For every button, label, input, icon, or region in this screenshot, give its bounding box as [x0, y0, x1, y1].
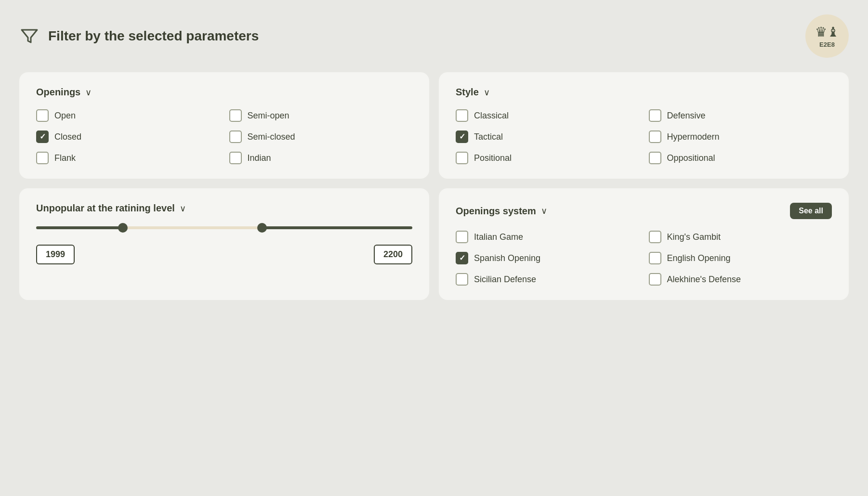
checkbox-oppositional-label: Oppositional: [667, 153, 715, 163]
checkbox-positional-label: Positional: [474, 153, 512, 163]
checkbox-flank[interactable]: Flank: [36, 152, 220, 164]
checkbox-semi-closed-box[interactable]: [229, 131, 242, 143]
style-chevron[interactable]: ∨: [484, 87, 490, 98]
checkbox-kings-gambit-box[interactable]: [649, 231, 661, 243]
checkbox-kings-gambit-label: King's Gambit: [667, 232, 721, 242]
checkbox-italian-game-box[interactable]: [456, 231, 468, 243]
slider-section: 1999 2200: [36, 225, 412, 264]
slider-thumb-left[interactable]: [118, 223, 128, 233]
see-all-button[interactable]: See all: [790, 203, 832, 219]
style-card-header: Style ∨: [456, 87, 832, 98]
checkbox-hypermodern[interactable]: Hypermodern: [649, 131, 832, 143]
checkbox-spanish-opening[interactable]: Spanish Opening: [456, 252, 639, 264]
rating-card-header: Unpopular at the ratining level ∨: [36, 203, 412, 214]
checkbox-tactical[interactable]: Tactical: [456, 131, 639, 143]
checkbox-positional-box[interactable]: [456, 152, 468, 164]
openings-system-header-left: Openings system ∨: [456, 206, 547, 217]
checkbox-open-box[interactable]: [36, 109, 49, 122]
checkbox-alekhines-defense-label: Alekhine's Defense: [667, 274, 741, 285]
checkbox-oppositional-box[interactable]: [649, 152, 661, 164]
checkbox-flank-box[interactable]: [36, 152, 49, 164]
checkbox-italian-game-label: Italian Game: [474, 232, 523, 242]
slider-thumb-right[interactable]: [257, 223, 267, 233]
checkbox-classical-box[interactable]: [456, 109, 468, 122]
checkbox-classical[interactable]: Classical: [456, 109, 639, 122]
checkbox-defensive-label: Defensive: [667, 111, 706, 121]
openings-card-header: Openings ∨: [36, 87, 412, 98]
checkbox-english-opening-label: English Opening: [667, 253, 731, 263]
chess-icon: ♛♝: [815, 24, 839, 40]
checkbox-indian-label: Indian: [248, 153, 271, 163]
checkbox-classical-label: Classical: [474, 111, 509, 121]
checkbox-alekhines-defense-box[interactable]: [649, 273, 661, 286]
checkbox-semi-open-label: Semi-open: [248, 111, 289, 121]
checkbox-open-label: Open: [54, 111, 76, 121]
openings-card-title: Openings: [36, 87, 80, 98]
checkbox-semi-closed[interactable]: Semi-closed: [229, 131, 413, 143]
checkbox-flank-label: Flank: [54, 153, 76, 163]
openings-system-title: Openings system: [456, 206, 536, 217]
openings-system-card: Openings system ∨ See all Italian Game K…: [439, 188, 849, 300]
style-card-title: Style: [456, 87, 479, 98]
checkbox-defensive[interactable]: Defensive: [649, 109, 832, 122]
checkbox-positional[interactable]: Positional: [456, 152, 639, 164]
checkbox-english-opening[interactable]: English Opening: [649, 252, 832, 264]
filter-icon: [19, 26, 39, 46]
checkbox-open[interactable]: Open: [36, 109, 220, 122]
rating-card-title: Unpopular at the ratining level: [36, 203, 175, 214]
rating-card: Unpopular at the ratining level ∨ 1999 2…: [19, 188, 429, 300]
checkbox-spanish-opening-box[interactable]: [456, 252, 468, 264]
checkbox-english-opening-box[interactable]: [649, 252, 661, 264]
style-checkboxes: Classical Defensive Tactical Hypermodern…: [456, 109, 832, 164]
checkbox-hypermodern-box[interactable]: [649, 131, 661, 143]
checkbox-indian[interactable]: Indian: [229, 152, 413, 164]
checkbox-spanish-opening-label: Spanish Opening: [474, 253, 540, 263]
checkbox-kings-gambit[interactable]: King's Gambit: [649, 231, 832, 243]
style-card: Style ∨ Classical Defensive Tactical Hyp…: [439, 72, 849, 179]
openings-chevron[interactable]: ∨: [85, 87, 92, 98]
rating-chevron[interactable]: ∨: [180, 203, 186, 214]
checkbox-semi-closed-label: Semi-closed: [248, 132, 295, 142]
checkbox-closed[interactable]: Closed: [36, 131, 220, 143]
checkbox-alekhines-defense[interactable]: Alekhine's Defense: [649, 273, 832, 286]
checkbox-indian-box[interactable]: [229, 152, 242, 164]
checkbox-sicilian-defense-label: Sicilian Defense: [474, 274, 536, 285]
checkbox-semi-open-box[interactable]: [229, 109, 242, 122]
openings-checkboxes: Open Semi-open Closed Semi-closed Flank: [36, 109, 412, 164]
checkbox-defensive-box[interactable]: [649, 109, 661, 122]
checkbox-closed-label: Closed: [54, 132, 81, 142]
checkbox-tactical-label: Tactical: [474, 132, 503, 142]
openings-system-checkboxes: Italian Game King's Gambit Spanish Openi…: [456, 231, 832, 286]
slider-track-light: [123, 226, 262, 229]
checkbox-semi-open[interactable]: Semi-open: [229, 109, 413, 122]
checkbox-oppositional[interactable]: Oppositional: [649, 152, 832, 164]
openings-system-card-header: Openings system ∨ See all: [456, 203, 832, 219]
checkbox-closed-box[interactable]: [36, 131, 49, 143]
openings-card: Openings ∨ Open Semi-open Closed Semi-cl…: [19, 72, 429, 179]
openings-system-chevron[interactable]: ∨: [541, 206, 547, 216]
badge-text: E2E8: [819, 41, 835, 48]
logo-badge: ♛♝ E2E8: [805, 14, 849, 58]
checkbox-sicilian-defense[interactable]: Sicilian Defense: [456, 273, 639, 286]
page-title: Filter by the selected parameters: [48, 28, 259, 44]
page-header: Filter by the selected parameters ♛♝ E2E…: [19, 14, 849, 58]
checkbox-sicilian-defense-box[interactable]: [456, 273, 468, 286]
header-left: Filter by the selected parameters: [19, 26, 259, 46]
slider-max-value[interactable]: 2200: [374, 245, 412, 264]
checkbox-italian-game[interactable]: Italian Game: [456, 231, 639, 243]
slider-track-container[interactable]: [36, 225, 412, 230]
checkbox-tactical-box[interactable]: [456, 131, 468, 143]
main-grid: Openings ∨ Open Semi-open Closed Semi-cl…: [19, 72, 849, 300]
slider-values: 1999 2200: [36, 245, 412, 264]
slider-min-value[interactable]: 1999: [36, 245, 75, 264]
checkbox-hypermodern-label: Hypermodern: [667, 132, 720, 142]
